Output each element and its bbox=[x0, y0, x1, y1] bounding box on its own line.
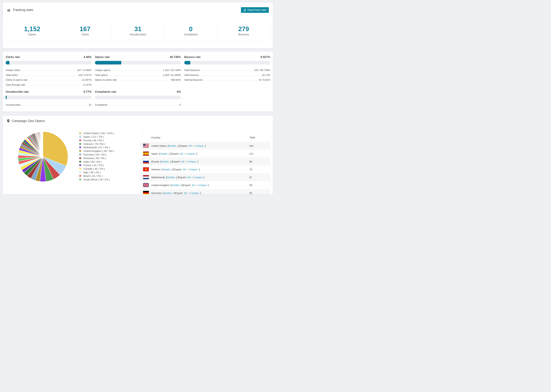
details-link[interactable]: Details › bbox=[171, 184, 181, 187]
legend-item-romania: Romania ( 49 / 3% ) bbox=[79, 156, 114, 160]
rate-row-label: Click through rate bbox=[6, 84, 25, 87]
total-value: 79 bbox=[249, 165, 270, 173]
legend-swatch bbox=[79, 153, 81, 156]
column-header-country: Country bbox=[140, 133, 249, 142]
geo-header: Campaign Geo Opens bbox=[3, 116, 273, 126]
export-basic-stats-button[interactable]: Export basic stats bbox=[241, 7, 269, 13]
dotted-leader bbox=[19, 76, 77, 76]
legend-label: Spain ( 121 / 7% ) bbox=[83, 135, 104, 138]
legend-swatch bbox=[79, 139, 81, 142]
rate-row-value: 14.497% bbox=[82, 78, 92, 82]
legend-label: Romania ( 49 / 3% ) bbox=[83, 157, 106, 160]
rate-progress-fill bbox=[6, 96, 7, 99]
flag-gb-icon bbox=[143, 183, 149, 187]
stat-label: Bounces bbox=[238, 33, 249, 36]
stats-summary-row: 1,152Opens167Clicks31Unsubscribes0Compla… bbox=[6, 21, 270, 40]
rate-row-value: 18 / 0% bbox=[262, 74, 270, 77]
table-row-russia: Russia[Details ›] [Export: All › / Uniqu… bbox=[140, 158, 270, 165]
rate-row-value: 31 bbox=[89, 104, 92, 107]
legend-swatch bbox=[79, 171, 81, 174]
rate-progress-fill bbox=[184, 61, 190, 64]
export-unique-link[interactable]: Unique › bbox=[190, 168, 199, 171]
rate-progress bbox=[95, 61, 181, 64]
dotted-leader bbox=[109, 76, 162, 76]
export-basic-stats-label: Export basic stats bbox=[247, 8, 267, 11]
dotted-leader bbox=[22, 105, 88, 105]
details-link[interactable]: Details › bbox=[161, 160, 170, 163]
details-link[interactable]: Details › bbox=[167, 176, 176, 179]
stat-value: 31 bbox=[134, 26, 141, 33]
rate-row-click-through-rate: Click through rate4.147% bbox=[6, 82, 92, 87]
rate-progress bbox=[184, 61, 270, 64]
export-all-link[interactable]: All › bbox=[192, 184, 196, 187]
rate-row-unique-clicks: Unique clicks167 / 4.456% bbox=[6, 67, 92, 72]
legend-label: Vietnam ( 79 / 5% ) bbox=[83, 142, 105, 145]
legend-swatch bbox=[79, 175, 81, 177]
export-unique-link[interactable]: Unique › bbox=[194, 176, 204, 179]
rate-title: Clicks rate bbox=[6, 56, 20, 59]
geo-legend: United States ( 541 / 31% )Spain ( 121 /… bbox=[79, 131, 114, 181]
details-link[interactable]: Details › bbox=[164, 192, 173, 195]
legend-label: France ( 42 / 2% ) bbox=[83, 164, 104, 167]
stat-label: Clicks bbox=[81, 33, 89, 36]
total-value: 59 bbox=[249, 181, 270, 189]
details-link[interactable]: Details › bbox=[162, 168, 172, 171]
rate-value: 4.46% bbox=[84, 56, 92, 59]
rate-row-label: Unsubscribes bbox=[6, 104, 21, 107]
export-all-link[interactable]: All › bbox=[187, 176, 192, 179]
details-link[interactable]: Details › bbox=[160, 152, 169, 155]
stat-box-unsubscribes: 31Unsubscribes bbox=[112, 21, 164, 40]
legend-item-netherlands: Netherlands ( 67 / 4% ) bbox=[79, 146, 114, 149]
export-all-link[interactable]: All › bbox=[181, 160, 186, 163]
legend-item-russia: Russia ( 86 / 5% ) bbox=[79, 139, 114, 142]
legend-label: South Africa ( 29 / 2% ) bbox=[83, 178, 110, 181]
export-all-link[interactable]: All › bbox=[183, 168, 187, 171]
rate-row-value: 167 / 4.456% bbox=[77, 69, 92, 72]
legend-label: India ( 46 / 3% ) bbox=[83, 160, 101, 163]
rate-row-unsubscribes: Unsubscribes31 bbox=[6, 102, 92, 107]
export-unique-link[interactable]: Unique › bbox=[198, 184, 208, 187]
stat-value: 0 bbox=[189, 26, 192, 33]
geo-body: United States ( 541 / 31% )Spain ( 121 /… bbox=[3, 126, 273, 194]
export-unique-link[interactable]: Unique › bbox=[195, 144, 205, 147]
stat-box-clicks: 167Clicks bbox=[59, 21, 112, 40]
details-link[interactable]: Details › bbox=[168, 144, 178, 147]
export-all-link[interactable]: All › bbox=[184, 192, 188, 195]
total-value: 67 bbox=[249, 173, 270, 181]
export-unique-link[interactable]: Unique › bbox=[186, 152, 196, 155]
dotted-leader bbox=[200, 76, 261, 76]
bar-chart-icon bbox=[7, 8, 10, 12]
dotted-leader bbox=[109, 105, 178, 105]
rate-row-label: Clicks to opens rate bbox=[6, 78, 27, 82]
tracking-stats-heading: Tracking stats bbox=[7, 8, 33, 12]
export-all-link[interactable]: All › bbox=[189, 144, 193, 147]
rate-row-opens-to-clicks-rate: Opens to clicks rate689.82% bbox=[95, 77, 181, 82]
legend-item-india: India ( 46 / 3% ) bbox=[79, 160, 114, 163]
rate-progress bbox=[6, 61, 92, 64]
rate-row-value: 4.147% bbox=[83, 84, 92, 87]
rate-row-hard-bounces: Hard bounces242 / 86.738% bbox=[184, 67, 270, 72]
map-pin-icon bbox=[7, 119, 10, 123]
stat-box-bounces: 279Bounces bbox=[217, 21, 270, 40]
legend-item-united-kingdom: United Kingdom ( 59 / 3% ) bbox=[79, 149, 114, 153]
export-all-link[interactable]: All › bbox=[180, 152, 184, 155]
country-name: United States bbox=[151, 144, 167, 147]
flag-nl-icon bbox=[143, 175, 149, 179]
country-name: Vietnam bbox=[151, 168, 161, 171]
stat-value: 167 bbox=[80, 26, 90, 33]
rate-row-value: 1,152 / 30.736% bbox=[163, 69, 181, 72]
legend-label: Italy ( 36 / 2% ) bbox=[83, 171, 101, 174]
pie-slice-small-42[interactable] bbox=[43, 132, 43, 157]
table-row-spain: Spain[Details ›] [Export: All › / Unique… bbox=[140, 150, 270, 158]
legend-label: United Kingdom ( 59 / 3% ) bbox=[83, 149, 114, 152]
legend-label: Russia ( 86 / 5% ) bbox=[83, 139, 104, 142]
rate-row-soft-bounces: Soft bounces18 / 0% bbox=[184, 72, 270, 77]
table-row-united-kingdom: United Kingdom[Details ›] [Export: All ›… bbox=[140, 181, 270, 189]
legend-item-vietnam: Vietnam ( 79 / 5% ) bbox=[79, 142, 114, 146]
rate-row-label: Unique opens bbox=[95, 69, 110, 72]
dotted-leader bbox=[204, 80, 257, 81]
export-unique-link[interactable]: Unique › bbox=[191, 192, 200, 195]
legend-swatch bbox=[79, 150, 81, 152]
export-unique-link[interactable]: Unique › bbox=[188, 160, 198, 163]
legend-label: Canada ( 40 / 2% ) bbox=[83, 167, 105, 170]
